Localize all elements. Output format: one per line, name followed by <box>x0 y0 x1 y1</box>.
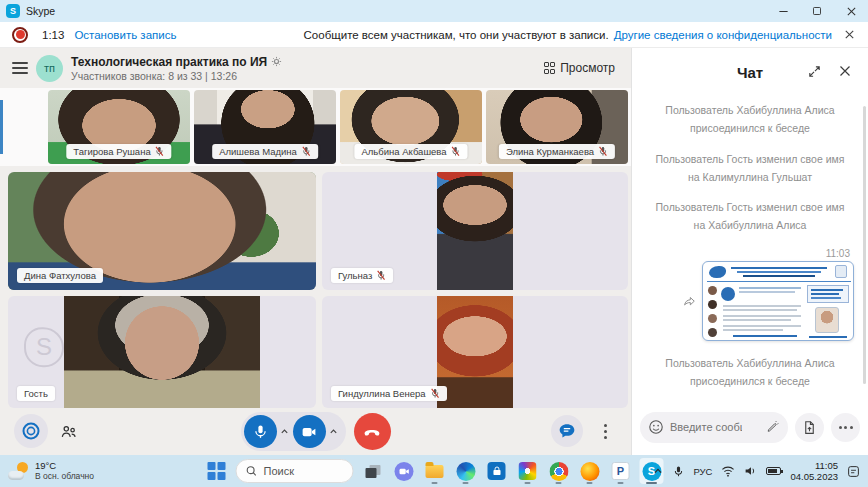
battery-icon[interactable] <box>766 467 781 475</box>
chat-more-button[interactable] <box>831 413 860 442</box>
participant-name: Гость <box>24 388 48 399</box>
system-message: Пользователь Хабибуллина Алиса присоедин… <box>649 102 851 138</box>
chat-scrollbar[interactable] <box>863 106 866 384</box>
minimize-button[interactable] <box>766 0 800 22</box>
call-toolbar <box>0 407 631 455</box>
tray-mic-icon[interactable] <box>673 465 684 478</box>
settings-icon[interactable] <box>271 56 282 67</box>
notification-center-icon[interactable] <box>847 465 860 478</box>
task-view-button[interactable] <box>361 458 385 484</box>
video-tile[interactable]: Алишева Мадина <box>194 90 336 164</box>
video-tile[interactable]: Элина Курманкаева <box>486 90 628 164</box>
tray-chevron-icon[interactable] <box>652 465 664 477</box>
store-icon <box>488 462 506 480</box>
video-tile[interactable]: Гульназ <box>322 172 628 290</box>
edge-icon <box>456 462 475 481</box>
chat-input-row <box>632 405 868 455</box>
close-chat-icon[interactable] <box>838 64 852 78</box>
photos-button[interactable] <box>516 458 540 484</box>
skype-window: S Skype 1:13 Остановить запись Сообщите … <box>0 0 868 487</box>
tray-date: 04.05.2023 <box>790 471 838 482</box>
teams-chat-button[interactable] <box>392 458 416 484</box>
emoji-icon[interactable] <box>648 419 664 435</box>
shared-image[interactable] <box>702 261 854 341</box>
microphone-options-caret[interactable] <box>279 427 291 436</box>
clock[interactable]: 11:05 04.05.2023 <box>790 460 838 483</box>
window-title: Skype <box>26 5 55 17</box>
chrome-button[interactable] <box>547 458 571 484</box>
call-area: тп Технологическая практика по ИЯ Участн… <box>0 48 631 455</box>
participant-name: Тагирова Рушана <box>73 146 150 157</box>
start-button[interactable] <box>205 458 229 484</box>
chat-messages[interactable]: Пользователь Хабибуллина Алиса присоедин… <box>632 96 868 405</box>
expand-chat-icon[interactable] <box>807 64 822 79</box>
taskbar: 19°C В осн. облачно Поиск P S <box>0 455 868 487</box>
mic-muted-icon <box>376 270 386 281</box>
video-tile[interactable]: Гиндуллина Венера <box>322 296 628 408</box>
mic-muted-icon <box>451 146 461 157</box>
teams-chat-icon <box>394 462 413 481</box>
view-button[interactable]: Просмотр <box>538 57 621 79</box>
title-bar: S Skype <box>0 0 868 22</box>
office-app-button[interactable]: P <box>609 458 633 484</box>
image-message: 11:03 <box>646 248 854 341</box>
language-indicator[interactable]: РУС <box>693 466 712 477</box>
strip-scroll-indicator <box>0 100 3 154</box>
privacy-link[interactable]: Другие сведения о конфиденциальности <box>614 29 832 41</box>
video-tile[interactable]: Альбина Акбашева <box>340 90 482 164</box>
stop-recording-link[interactable]: Остановить запись <box>74 29 176 41</box>
mic-muted-icon <box>155 146 165 157</box>
forward-icon[interactable] <box>682 294 696 308</box>
chat-toggle-button[interactable] <box>551 415 583 447</box>
file-explorer-button[interactable] <box>423 458 447 484</box>
recording-active-button[interactable] <box>14 414 48 448</box>
search-placeholder: Поиск <box>264 465 294 477</box>
search-icon <box>246 465 258 477</box>
taskbar-search[interactable]: Поиск <box>236 459 354 483</box>
message-input-pill[interactable] <box>640 412 788 443</box>
camera-options-caret[interactable] <box>328 427 340 436</box>
edge-button[interactable] <box>454 458 478 484</box>
participants-strip[interactable]: Тагирова Рушана Алишева Мадина Альбина А… <box>0 88 631 166</box>
office-app-icon: P <box>612 462 630 480</box>
call-participants-count: Участников звонка: 8 из 33 | 13:26 <box>71 70 282 82</box>
skype-watermark-icon: S <box>24 327 64 367</box>
participant-name: Элина Курманкаева <box>506 146 594 157</box>
call-header: тп Технологическая практика по ИЯ Участн… <box>0 48 631 88</box>
participant-name: Гульназ <box>338 270 372 281</box>
maximize-button[interactable] <box>800 0 834 22</box>
task-view-icon <box>365 465 380 478</box>
draw-message-icon[interactable] <box>766 420 780 434</box>
chrome-icon <box>549 462 568 481</box>
video-tile[interactable]: S Гость <box>8 296 316 408</box>
store-button[interactable] <box>485 458 509 484</box>
end-call-button[interactable] <box>354 413 391 450</box>
wifi-icon[interactable] <box>721 465 735 477</box>
participants-icon[interactable] <box>58 421 80 443</box>
participant-name: Альбина Акбашева <box>361 146 446 157</box>
attach-file-button[interactable] <box>795 413 824 442</box>
microphone-button[interactable] <box>244 415 277 448</box>
close-window-button[interactable] <box>834 0 868 22</box>
more-options-button[interactable] <box>597 419 613 443</box>
file-icon <box>802 420 817 435</box>
tray-time: 11:05 <box>815 460 838 471</box>
video-tile[interactable]: Дина Фатхулова <box>8 172 316 290</box>
recording-banner: 1:13 Остановить запись Сообщите всем уча… <box>0 22 868 48</box>
firefox-icon <box>580 462 599 481</box>
participant-name: Алишева Мадина <box>219 146 297 157</box>
banner-close-icon[interactable] <box>843 28 856 41</box>
chat-title: Чат <box>737 64 763 81</box>
menu-icon[interactable] <box>12 62 28 74</box>
call-title: Технологическая практика по ИЯ <box>71 55 267 69</box>
camera-button[interactable] <box>293 415 326 448</box>
participant-video <box>437 172 513 290</box>
message-input[interactable] <box>670 421 742 433</box>
speaker-icon[interactable] <box>744 465 757 477</box>
firefox-button[interactable] <box>578 458 602 484</box>
group-avatar[interactable]: тп <box>36 55 63 82</box>
video-tile[interactable]: Тагирова Рушана <box>48 90 190 164</box>
weather-widget[interactable]: 19°C В осн. облачно <box>8 461 94 482</box>
system-tray: РУС 11:05 04.05.2023 <box>652 460 860 483</box>
windows-logo-icon <box>208 462 226 480</box>
